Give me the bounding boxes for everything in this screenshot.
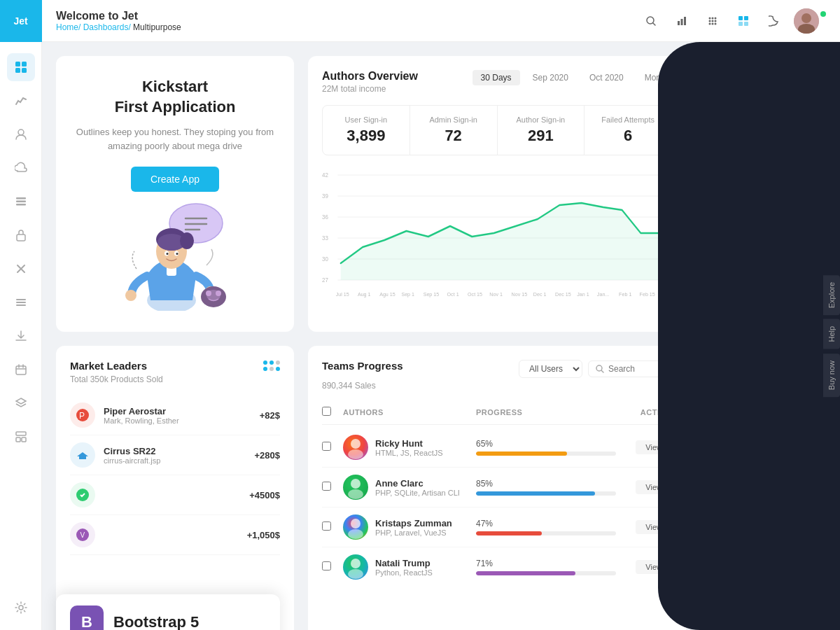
analytics-button[interactable] [671, 10, 693, 32]
svg-rect-8 [17, 234, 25, 241]
explore-button[interactable]: Explore [823, 275, 840, 315]
svg-rect-19 [681, 19, 683, 25]
svg-text:33: 33 [322, 234, 328, 242]
svg-point-23 [715, 17, 717, 19]
svg-text:Oct 15: Oct 15 [468, 291, 482, 298]
stat-author-signin: Author Sign-in 291 [498, 106, 585, 155]
more-options-icon[interactable] [263, 360, 280, 371]
breadcrumb: Home/ Dashboards/ Multipurpose [56, 22, 640, 32]
header-title-area: Welcome to Jet Home/ Dashboards/ Multipu… [56, 10, 640, 32]
sidebar-item-chart[interactable] [7, 87, 35, 115]
buy-now-button[interactable]: Buy now [823, 354, 840, 397]
team-checkbox-ricky[interactable] [322, 442, 331, 451]
kickstart-illustration [105, 192, 245, 311]
dark-mode-button[interactable] [763, 10, 785, 32]
teams-title-group: Teams Progress [322, 360, 403, 372]
sidebar-item-grid[interactable] [7, 53, 35, 81]
svg-rect-14 [16, 438, 20, 442]
authors-header: Authors Overview 22M total income 30 Day… [322, 70, 672, 94]
period-tab-30days[interactable]: 30 Days [472, 70, 520, 85]
team-progress-anne: 85% [476, 479, 616, 496]
svg-text:39: 39 [322, 192, 328, 200]
svg-rect-31 [744, 16, 748, 20]
period-tab-sep2020[interactable]: Sep 2020 [524, 70, 577, 85]
header: Welcome to Jet Home/ Dashboards/ Multipu… [42, 0, 840, 42]
main-wrapper: Welcome to Jet Home/ Dashboards/ Multipu… [42, 0, 840, 630]
sidebar-item-list[interactable] [7, 188, 35, 216]
market-subtitle: Total 350k Products Sold [70, 374, 280, 384]
teams-search-input[interactable] [608, 364, 664, 374]
header-actions [640, 8, 826, 34]
sidebar-item-template[interactable] [7, 423, 35, 451]
svg-text:Nov 1: Nov 1 [489, 291, 503, 298]
svg-text:Jul 15: Jul 15 [336, 291, 349, 298]
team-checkbox-natali[interactable] [322, 561, 331, 570]
svg-point-93 [348, 449, 363, 459]
market-icon-cirrus [70, 442, 95, 468]
team-row-natali: Natali Trump Python, ReactJS 71% View [322, 547, 672, 587]
svg-point-98 [351, 559, 360, 568]
sidebar-item-layers[interactable] [7, 389, 35, 417]
sidebar-item-user[interactable] [7, 120, 35, 148]
svg-text:Jan...: Jan... [597, 291, 609, 298]
team-checkbox-kristaps[interactable] [322, 522, 331, 531]
market-info-piper: Piper Aerostar Mark, Rowling, Esther [104, 406, 260, 425]
svg-point-16 [19, 606, 23, 610]
avatar[interactable] [794, 8, 819, 34]
search-button[interactable] [640, 10, 662, 32]
svg-point-96 [351, 519, 360, 528]
team-avatar-anne [343, 475, 368, 500]
sidebar-item-settings[interactable] [7, 594, 35, 622]
team-avatar-kristaps [343, 514, 368, 540]
period-tabs: 30 Days Sep 2020 Oct 2020 More [472, 70, 672, 85]
team-checkbox-anne[interactable] [322, 482, 331, 491]
stats-row: User Sign-in 3,899 Admin Sign-in 72 Auth… [322, 105, 672, 155]
sidebar-item-download[interactable] [7, 322, 35, 350]
team-row-anne: Anne Clarc PHP, SQLite, Artisan CLI 85% … [322, 468, 672, 507]
sidebar-item-lock[interactable] [7, 221, 35, 249]
svg-rect-0 [15, 62, 20, 66]
all-users-filter[interactable]: All Users [519, 360, 582, 378]
svg-text:Aug 1: Aug 1 [358, 291, 371, 298]
select-all-checkbox[interactable] [322, 407, 331, 416]
help-button[interactable]: Help [823, 319, 840, 349]
logo[interactable]: Jet [0, 0, 42, 42]
svg-point-25 [712, 20, 714, 22]
create-app-button[interactable]: Create App [131, 167, 219, 192]
sidebar-item-cloud[interactable] [7, 154, 35, 182]
sidebar-item-close[interactable] [7, 255, 35, 283]
sidebar-item-menu[interactable] [7, 288, 35, 316]
svg-rect-6 [16, 201, 26, 203]
svg-point-56 [206, 290, 211, 296]
svg-rect-18 [678, 21, 680, 25]
svg-point-28 [712, 22, 714, 24]
svg-text:V: V [80, 531, 85, 539]
team-row-kristaps: Kristaps Zumman PHP, Laravel, VueJS 47% … [322, 507, 672, 547]
teams-subtitle: 890,344 Sales [322, 381, 672, 391]
svg-point-22 [712, 17, 714, 19]
svg-point-94 [351, 479, 360, 489]
market-leaders-card: Market Leaders Total 350k Products Sold … [56, 346, 294, 630]
svg-text:Dec 1: Dec 1 [533, 291, 547, 298]
market-info-3 [104, 486, 249, 505]
svg-point-99 [348, 569, 363, 579]
svg-text:Oct 1: Oct 1 [447, 291, 459, 298]
kickstart-description: Outlines keep you honest. They stoping y… [70, 125, 280, 153]
svg-rect-30 [738, 16, 743, 20]
team-info-ricky: Ricky Hunt HTML, JS, ReactJS [375, 438, 476, 457]
team-progress-natali: 71% [476, 559, 616, 575]
col-header-progress: PROGRESS [476, 408, 616, 416]
apps-button[interactable] [732, 10, 755, 32]
grid-toggle-button[interactable] [701, 10, 724, 32]
col-header-authors: AUTHORS [343, 408, 476, 416]
svg-point-27 [709, 22, 711, 24]
market-icon-3 [70, 482, 95, 507]
authors-chart: 42 39 36 33 30 27 [322, 167, 672, 307]
market-item-3: +4500$ [70, 475, 280, 515]
svg-point-21 [709, 17, 711, 19]
sidebar-item-calendar[interactable] [7, 356, 35, 384]
svg-point-47 [180, 232, 194, 249]
period-tab-oct2020[interactable]: Oct 2020 [581, 70, 632, 85]
teams-progress-card: Teams Progress All Users [308, 346, 686, 630]
svg-text:Feb 1: Feb 1 [619, 291, 631, 298]
